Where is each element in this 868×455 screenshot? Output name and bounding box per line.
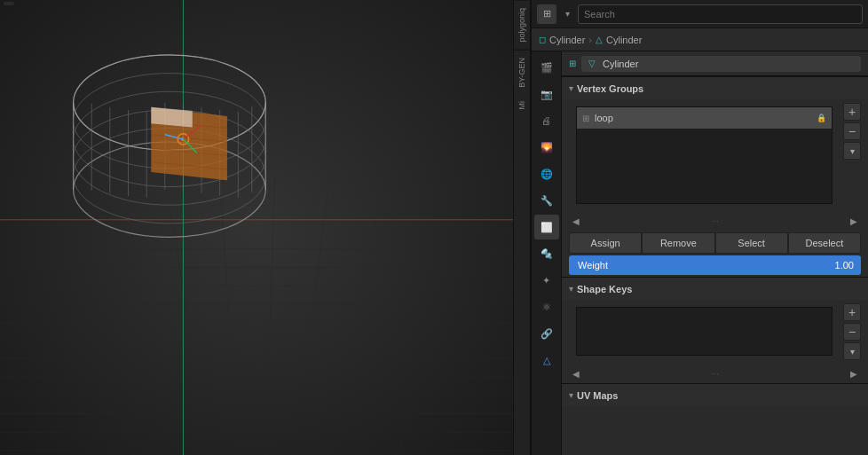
props-icon-modifiers[interactable]: 🔩 — [534, 241, 559, 266]
remove-button[interactable]: Remove — [642, 232, 714, 254]
viewport-area[interactable] — [0, 0, 513, 455]
props-icon-render[interactable]: 📷 — [534, 82, 559, 106]
object-name-display[interactable]: ▽ Cylinder — [581, 56, 861, 72]
search-input[interactable] — [578, 4, 863, 24]
breadcrumb-data: Cylinder — [606, 35, 642, 45]
vg-list-controls: ◀ ⋯ ▶ — [562, 211, 868, 231]
object-name: Cylinder — [603, 59, 638, 69]
props-icon-data[interactable]: △ — [534, 348, 559, 373]
properties-icon-sidebar: 🎬 📷 🖨 🌄 🌐 🔧 ⬜ 🔩 ✦ ⚛ 🔗 △ — [532, 51, 562, 455]
weight-row: Weight 1.00 — [569, 255, 861, 275]
vertex-groups-title: Vertex Groups — [577, 83, 643, 94]
uv-maps-section: ▾ UV Maps — [562, 383, 868, 406]
remove-vg-button[interactable]: − — [843, 122, 861, 140]
object-selector-icon: ⊞ — [569, 59, 576, 68]
right-panel: ⊞ ▾ ◻ Cylinder › △ Cylinder 🎬 📷 🖨 🌄 🌐 🔧 … — [531, 0, 868, 455]
breadcrumb-separator: › — [588, 35, 592, 45]
svg-rect-0 — [0, 0, 513, 455]
props-icon-scene2[interactable]: 🌐 — [534, 161, 559, 186]
shape-keys-title: Shape Keys — [577, 284, 632, 294]
vg-chevron-icon: ▾ — [569, 83, 573, 93]
shape-keys-section: ▾ Shape Keys + − ▾ ◀ — [562, 277, 868, 383]
vg-menu-button[interactable]: ▾ — [843, 142, 861, 160]
panel-header: ⊞ ▾ — [532, 0, 868, 28]
breadcrumb: ◻ Cylinder › △ Cylinder — [532, 28, 868, 51]
select-button[interactable]: Select — [715, 232, 788, 254]
uv-maps-header[interactable]: ▾ UV Maps — [562, 383, 868, 406]
weight-label: Weight — [569, 255, 817, 275]
vg-dots: ⋯ — [712, 217, 719, 225]
assign-button[interactable]: Assign — [569, 232, 642, 254]
object-selector: ⊞ ▽ Cylinder — [562, 51, 868, 76]
add-sk-button[interactable]: + — [843, 303, 861, 321]
vertex-group-list[interactable]: ⊞ loop 🔒 — [576, 106, 832, 204]
vg-item-loop[interactable]: ⊞ loop 🔒 — [577, 107, 832, 129]
sk-list-controls: ◀ ⋯ ▶ — [562, 364, 868, 383]
tab-mi[interactable]: Mi — [514, 94, 530, 117]
props-icon-physics[interactable]: ⚛ — [534, 294, 559, 319]
breadcrumb-icon: ◻ — [539, 35, 546, 44]
shape-keys-list[interactable] — [576, 307, 832, 356]
action-buttons-row: Assign Remove Select Deselect — [569, 232, 861, 254]
viewport-canvas — [0, 0, 513, 455]
breadcrumb-mesh-icon: △ — [596, 35, 603, 44]
right-panel-inner: 🎬 📷 🖨 🌄 🌐 🔧 ⬜ 🔩 ✦ ⚛ 🔗 △ ⊞ ▽ — [532, 51, 868, 455]
sk-nav-right[interactable]: ▶ — [847, 367, 861, 380]
vertex-groups-header[interactable]: ▾ Vertex Groups — [562, 76, 868, 99]
object-icon: ▽ — [588, 59, 596, 68]
filter-icon[interactable]: ⊞ — [537, 4, 556, 24]
uv-chevron-icon: ▾ — [569, 390, 573, 400]
weight-value[interactable]: 1.00 — [817, 255, 861, 275]
props-icon-viewlayer[interactable]: 🌄 — [534, 135, 559, 160]
vg-item-icon: ⊞ — [582, 114, 589, 123]
props-icon-object[interactable]: ⬜ — [534, 215, 559, 239]
deselect-button[interactable]: Deselect — [788, 232, 861, 254]
vertex-groups-section: ▾ Vertex Groups ⊞ loop 🔒 — [562, 76, 868, 277]
remove-sk-button[interactable]: − — [843, 323, 861, 341]
sk-dots: ⋯ — [712, 370, 719, 378]
tab-polygoniq[interactable]: polygoniq — [514, 0, 530, 50]
props-icon-constraints[interactable]: 🔗 — [534, 321, 559, 346]
sk-chevron-icon: ▾ — [569, 284, 573, 294]
vg-item-name: loop — [595, 113, 811, 123]
uv-maps-title: UV Maps — [577, 390, 618, 401]
add-vg-button[interactable]: + — [843, 103, 861, 121]
props-icon-scene[interactable]: 🎬 — [534, 55, 559, 80]
tab-by-gen[interactable]: BY-GEN — [514, 50, 530, 95]
lock-icon: 🔒 — [817, 114, 826, 122]
shape-keys-header[interactable]: ▾ Shape Keys — [562, 277, 868, 300]
viewport-mode — [4, 2, 14, 5]
props-icon-particles[interactable]: ✦ — [534, 268, 559, 293]
vg-nav-left[interactable]: ◀ — [569, 215, 583, 228]
sk-nav-left[interactable]: ◀ — [569, 367, 583, 380]
breadcrumb-object: Cylinder — [549, 35, 585, 45]
props-icon-output[interactable]: 🖨 — [534, 108, 559, 133]
props-icon-world[interactable]: 🔧 — [534, 188, 559, 213]
sk-menu-button[interactable]: ▾ — [843, 342, 861, 360]
chevron-down-icon[interactable]: ▾ — [560, 4, 574, 24]
vg-nav-right[interactable]: ▶ — [847, 215, 861, 228]
